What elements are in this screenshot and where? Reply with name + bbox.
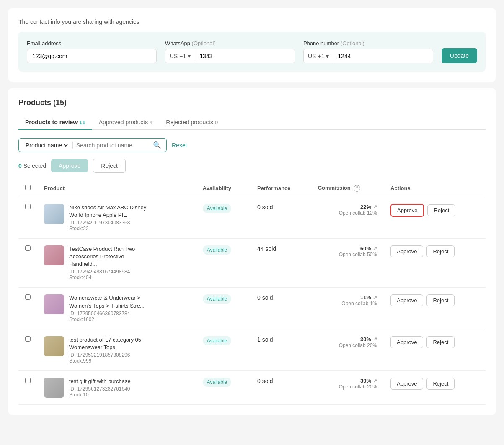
tab-approved-products[interactable]: Approved products 4 (92, 116, 160, 130)
product-stock-0: Stock:22 (69, 226, 153, 232)
whatsapp-prefix[interactable]: US +1 ▾ (165, 49, 195, 63)
reset-button[interactable]: Reset (172, 142, 187, 149)
row-checkbox-0[interactable] (25, 204, 31, 209)
row-checkbox-1[interactable] (25, 245, 31, 251)
performance-value-2: 0 sold (257, 294, 273, 301)
availability-badge-4: Available (203, 378, 231, 387)
commission-edit-icon-3[interactable]: ↗ (373, 336, 377, 342)
product-info-1: TestCase Product Ran Two Accessories Pro… (69, 245, 153, 281)
email-label: Email address (27, 40, 157, 46)
product-cell-0: Nike shoes Air Max ABC Disney World Ipho… (44, 204, 189, 232)
bulk-reject-button[interactable]: Reject (93, 159, 126, 173)
filter-row: Product name 🔍 Reset (18, 138, 486, 152)
section-title: Products (15) (18, 98, 486, 107)
product-tabs: Products to review 11 Approved products … (18, 116, 486, 130)
reject-button-4[interactable]: Reject (426, 378, 455, 390)
product-id-0: ID: 1729491197304083368 (69, 220, 153, 226)
actions-cell-3: Approve Reject (390, 336, 479, 348)
table-row: TestCase Product Ran Two Accessories Pro… (18, 238, 486, 288)
product-info-0: Nike shoes Air Max ABC Disney World Ipho… (69, 204, 153, 232)
phone-prefix[interactable]: US +1 ▾ (304, 49, 333, 63)
email-input[interactable] (27, 49, 157, 63)
table-row: Nike shoes Air Max ABC Disney World Ipho… (18, 197, 486, 238)
products-table: Product Availability Performance Commiss… (18, 180, 486, 405)
whatsapp-input-wrapper: US +1 ▾ (165, 49, 295, 63)
row-checkbox-2[interactable] (25, 294, 31, 300)
commission-edit-icon-4[interactable]: ↗ (373, 378, 377, 384)
approve-button-2[interactable]: Approve (390, 294, 423, 306)
reject-button-1[interactable]: Reject (426, 245, 455, 257)
reject-button-2[interactable]: Reject (426, 294, 455, 306)
product-name-3: test product of L7 category 05 Womenswea… (69, 336, 153, 351)
product-stock-1: Stock:404 (69, 275, 153, 280)
commission-open-2: Open collab 1% (318, 301, 377, 306)
whatsapp-input[interactable] (195, 49, 295, 63)
table-row: Womenswear & Underwear > Women's Tops > … (18, 288, 486, 329)
commission-help-icon[interactable]: ? (354, 185, 360, 192)
product-thumb-3 (44, 336, 64, 356)
commission-cell-1: 60% ↗ Open collab 50% (311, 238, 384, 288)
product-cell-4: test gift gift with purchase ID: 1729561… (44, 378, 189, 398)
product-thumb-1 (44, 245, 64, 265)
commission-open-4: Open collab 20% (318, 384, 377, 390)
performance-value-3: 1 sold (257, 336, 273, 343)
tab-rejected-products[interactable]: Rejected products 0 (159, 116, 225, 130)
product-id-2: ID: 1729500466360783784 (69, 311, 153, 316)
performance-value-4: 0 sold (257, 378, 273, 384)
row-checkbox-4[interactable] (25, 378, 31, 383)
approve-button-1[interactable]: Approve (390, 245, 423, 257)
commission-edit-icon-0[interactable]: ↗ (373, 204, 377, 210)
row-checkbox-3[interactable] (25, 336, 31, 342)
tab-products-to-review[interactable]: Products to review 11 (18, 116, 92, 130)
product-id-1: ID: 1729494881674498984 (69, 269, 153, 275)
search-filter-select[interactable]: Product name (24, 141, 69, 149)
reject-button-0[interactable]: Reject (427, 204, 455, 216)
commission-pct-0: 22% ↗ (318, 204, 377, 210)
commission-cell-2: 11% ↗ Open collab 1% (311, 288, 384, 329)
commission-edit-icon-1[interactable]: ↗ (373, 245, 377, 251)
search-input[interactable] (76, 142, 150, 149)
search-box: Product name 🔍 (18, 138, 167, 152)
product-stock-2: Stock:1602 (69, 316, 153, 322)
product-thumb-2 (44, 294, 64, 314)
performance-header: Performance (251, 180, 311, 197)
product-name-2: Womenswear & Underwear > Women's Tops > … (69, 294, 153, 309)
bulk-approve-button[interactable]: Approve (51, 159, 88, 172)
actions-cell-0: Approve Reject (390, 204, 479, 217)
phone-field-group: Phone number (Optional) US +1 ▾ (303, 40, 433, 63)
commission-edit-icon-2[interactable]: ↗ (373, 295, 377, 301)
product-id-4: ID: 1729561273282761640 (69, 386, 131, 392)
availability-badge-1: Available (203, 245, 231, 255)
actions-cell-4: Approve Reject (390, 378, 479, 390)
product-thumb-4 (44, 378, 64, 398)
contact-fields: Email address WhatsApp (Optional) US +1 … (18, 32, 486, 72)
product-info-2: Womenswear & Underwear > Women's Tops > … (69, 294, 153, 322)
availability-badge-0: Available (203, 204, 231, 213)
search-divider (72, 142, 73, 149)
approve-button-0[interactable]: Approve (390, 204, 424, 217)
update-button[interactable]: Update (442, 48, 477, 63)
commission-pct-3: 30% ↗ (318, 336, 377, 342)
search-icon: 🔍 (153, 141, 161, 149)
phone-label: Phone number (Optional) (303, 40, 433, 46)
product-cell-1: TestCase Product Ran Two Accessories Pro… (44, 245, 189, 281)
commission-open-3: Open collab 20% (318, 342, 377, 348)
commission-header: Commission ? (311, 180, 384, 197)
whatsapp-field-group: WhatsApp (Optional) US +1 ▾ (165, 40, 295, 63)
phone-input[interactable] (333, 49, 433, 63)
reject-button-3[interactable]: Reject (426, 336, 455, 348)
commission-cell-3: 30% ↗ Open collab 20% (311, 329, 384, 370)
select-all-checkbox[interactable] (25, 185, 31, 190)
product-thumb-0 (44, 204, 64, 224)
actions-header: Actions (384, 180, 486, 197)
approve-button-4[interactable]: Approve (390, 378, 423, 390)
selection-row: 0 Selected Approve Reject (18, 159, 486, 173)
commission-pct-4: 30% ↗ (318, 378, 377, 384)
commission-cell-0: 22% ↗ Open collab 12% (311, 197, 384, 238)
actions-cell-1: Approve Reject (390, 245, 479, 257)
product-cell-2: Womenswear & Underwear > Women's Tops > … (44, 294, 189, 322)
phone-input-wrapper: US +1 ▾ (303, 49, 433, 63)
commission-pct-1: 60% ↗ (318, 245, 377, 252)
product-info-4: test gift gift with purchase ID: 1729561… (69, 378, 131, 398)
approve-button-3[interactable]: Approve (390, 336, 423, 348)
